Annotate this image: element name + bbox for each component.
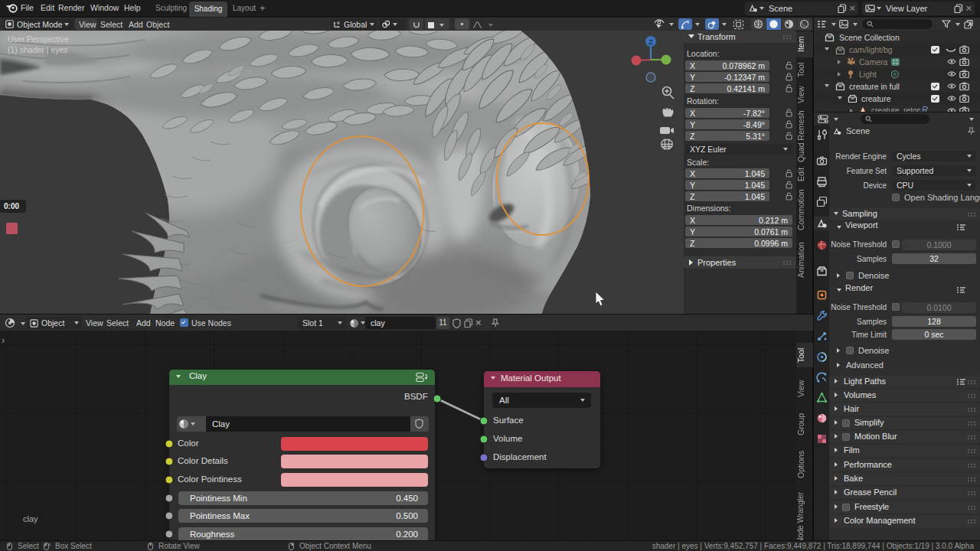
svg-text:0:00: 0:00 [4,202,19,210]
svg-text:(1) shader | eyes: (1) shader | eyes [8,45,68,54]
svg-text:Z: Z [648,38,653,46]
svg-text:User Perspective: User Perspective [8,34,69,44]
